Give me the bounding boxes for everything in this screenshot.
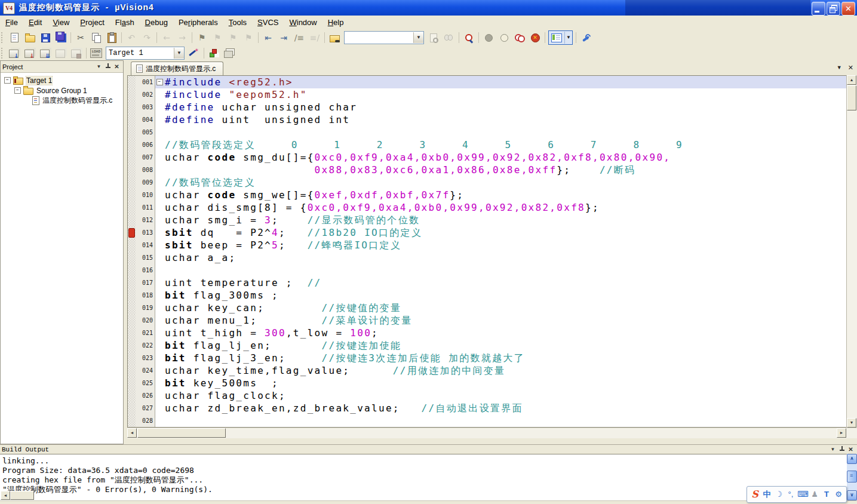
- menu-item-tools[interactable]: Tools: [223, 16, 252, 29]
- menu-item-file[interactable]: File: [0, 16, 23, 29]
- build-output-menu-button[interactable]: ▼: [828, 445, 837, 454]
- menu-item-debug[interactable]: Debug: [140, 16, 173, 29]
- project-close-button[interactable]: ✕: [112, 63, 121, 71]
- uncomment-selection-button[interactable]: ≡/: [308, 31, 322, 44]
- breakpoint-margin[interactable]: [128, 151, 136, 164]
- search-combobox[interactable]: ▼: [344, 31, 424, 44]
- code-line-025[interactable]: 025bit key_500ms ;: [128, 377, 856, 389]
- code-line-001[interactable]: 001−#include <reg52.h>: [128, 76, 856, 88]
- menu-item-project[interactable]: Project: [75, 16, 109, 29]
- breakpoint-margin[interactable]: [128, 113, 136, 126]
- breakpoint-margin[interactable]: [128, 364, 136, 377]
- punctuation-mode-icon[interactable]: °,: [785, 487, 796, 502]
- toolbox-icon[interactable]: ⚙: [833, 487, 844, 502]
- code-text[interactable]: [164, 264, 856, 276]
- navigate-back-button[interactable]: ←: [159, 31, 174, 44]
- scroll-left-button[interactable]: ◄: [1, 491, 10, 500]
- code-line-007[interactable]: 007uchar code smg_du[]={0xc0,0xf9,0xa4,0…: [128, 151, 856, 164]
- menu-item-flash[interactable]: Flash: [110, 16, 140, 29]
- code-editor[interactable]: 001−#include <reg52.h>002#include "eepom…: [127, 75, 857, 428]
- open-file-button[interactable]: [23, 31, 37, 44]
- menu-item-edit[interactable]: Edit: [23, 16, 47, 29]
- breakpoint-margin[interactable]: [128, 276, 136, 289]
- code-text[interactable]: #include "eepom52.h": [164, 88, 856, 101]
- code-line-011[interactable]: 011uchar dis_smg[8] = {0xc0,0xf9,0xa4,0x…: [128, 201, 856, 214]
- code-text[interactable]: //数码管位选定义: [164, 176, 856, 189]
- paste-button[interactable]: [105, 31, 119, 44]
- code-text[interactable]: uchar key_time,flag_value; //用做连加的中间变量: [164, 364, 856, 377]
- cut-button[interactable]: ✂: [73, 31, 88, 44]
- code-text[interactable]: uint t_high = 300,t_low = 100;: [164, 327, 856, 339]
- code-text[interactable]: [164, 414, 856, 427]
- batch-build-button[interactable]: [54, 47, 68, 60]
- code-line-005[interactable]: 005: [128, 126, 856, 139]
- indent-button[interactable]: ⇥: [277, 31, 291, 44]
- target-combobox[interactable]: Target 1▼: [106, 47, 185, 60]
- code-line-027[interactable]: 027uchar zd_break_en,zd_break_value; //自…: [128, 402, 856, 414]
- code-text[interactable]: uchar key_can; //按键值的变量: [164, 302, 856, 314]
- breakpoint-margin[interactable]: [128, 352, 136, 364]
- breakpoint-margin[interactable]: [128, 88, 136, 101]
- code-line-017[interactable]: 017uint temperature ; //: [128, 276, 856, 289]
- build-target-button[interactable]: [23, 47, 37, 60]
- code-line-016[interactable]: 016: [128, 264, 856, 276]
- find-button[interactable]: [442, 31, 456, 44]
- find-in-files-button[interactable]: [327, 31, 342, 44]
- code-text[interactable]: bit key_500ms ;: [164, 377, 856, 389]
- user-profile-icon[interactable]: ♟: [809, 487, 820, 502]
- previous-bookmark-button[interactable]: ⚑: [210, 31, 225, 44]
- new-file-button[interactable]: [7, 31, 21, 44]
- configure-button[interactable]: [579, 31, 593, 44]
- scroll-left-button[interactable]: ◄: [127, 428, 137, 438]
- build-output-close-button[interactable]: ✕: [846, 445, 855, 454]
- soft-keyboard-icon[interactable]: ⌨: [797, 487, 808, 502]
- chevron-down-icon[interactable]: ▼: [413, 32, 423, 43]
- code-line-026[interactable]: 026uchar flag_clock;: [128, 389, 856, 402]
- scroll-down-button[interactable]: ▼: [847, 418, 856, 428]
- breakpoint-margin[interactable]: [128, 264, 136, 276]
- code-text[interactable]: sbit dq = P2^4; //18b20 IO口的定义: [164, 226, 856, 239]
- code-text[interactable]: #include <reg52.h>: [164, 76, 856, 88]
- code-text[interactable]: uchar code smg_we[]={0xef,0xdf,0xbf,0x7f…: [164, 189, 856, 201]
- vertical-scroll-thumb[interactable]: [847, 471, 857, 483]
- breakpoint-margin[interactable]: [128, 314, 136, 327]
- breakpoint-margin[interactable]: [128, 239, 136, 251]
- unindent-button[interactable]: ⇤: [261, 31, 275, 44]
- menu-item-view[interactable]: View: [47, 16, 75, 29]
- tab-close-button[interactable]: ✕: [848, 64, 853, 71]
- copy-button[interactable]: [89, 31, 103, 44]
- code-line-008[interactable]: 008 0x88,0x83,0xc6,0xa1,0x86,0x8e,0xff};…: [128, 164, 856, 176]
- menu-item-window[interactable]: Window: [284, 16, 322, 29]
- build-output-scrollbar[interactable]: ∧ ∨: [847, 454, 857, 500]
- editor-horizontal-scrollbar[interactable]: ◄ ►: [127, 428, 857, 438]
- breakpoint-marker[interactable]: [128, 228, 135, 238]
- breakpoint-margin[interactable]: [128, 139, 136, 151]
- tree-item-温度控制数码管显示.c[interactable]: 温度控制数码管显示.c: [1, 96, 123, 106]
- breakpoint-margin[interactable]: [128, 414, 136, 427]
- stop-build-button[interactable]: [69, 47, 84, 60]
- redo-button[interactable]: ↷: [140, 31, 154, 44]
- build-output-panel[interactable]: linking...Program Size: data=36.5 xdata=…: [0, 454, 857, 500]
- breakpoint-margin[interactable]: [128, 339, 136, 352]
- scroll-down-button[interactable]: ∨: [847, 490, 857, 500]
- project-menu-button[interactable]: ▼: [94, 63, 103, 71]
- code-line-020[interactable]: 020uchar menu_1; //菜单设计的变量: [128, 314, 856, 327]
- disable-all-breakpoints-button[interactable]: [512, 31, 527, 44]
- fold-toggle-icon[interactable]: −: [156, 79, 163, 85]
- breakpoint-margin[interactable]: [128, 201, 136, 214]
- skin-icon[interactable]: T: [821, 487, 832, 502]
- rebuild-all-button[interactable]: [38, 47, 53, 60]
- document-tab[interactable]: 温度控制数码管显示.c: [131, 62, 223, 75]
- breakpoint-margin[interactable]: [128, 302, 136, 314]
- chinese-mode-icon[interactable]: 中: [761, 487, 772, 502]
- breakpoint-margin[interactable]: [128, 101, 136, 113]
- breakpoint-margin[interactable]: [128, 251, 136, 264]
- navigate-forward-button[interactable]: →: [175, 31, 189, 44]
- code-line-028[interactable]: 028: [128, 414, 856, 427]
- code-line-015[interactable]: 015uchar a_a;: [128, 251, 856, 264]
- code-line-024[interactable]: 024uchar key_time,flag_value; //用做连加的中间变…: [128, 364, 856, 377]
- enable-breakpoint-button[interactable]: [497, 31, 511, 44]
- insert-breakpoint-button[interactable]: [481, 31, 496, 44]
- comment-selection-button[interactable]: /≡: [292, 31, 306, 44]
- code-line-004[interactable]: 004#define uint unsigned int: [128, 113, 856, 126]
